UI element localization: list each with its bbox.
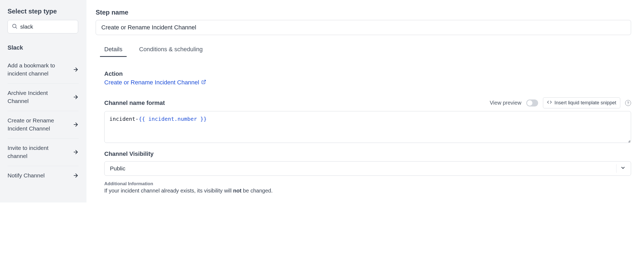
step-search[interactable] [8, 20, 78, 33]
tab-details[interactable]: Details [104, 46, 122, 57]
step-item-add-bookmark[interactable]: Add a bookmark to incident channel [8, 56, 79, 84]
tab-conditions-scheduling[interactable]: Conditions & scheduling [139, 46, 203, 57]
external-link-icon [201, 79, 206, 86]
step-item-invite-channel[interactable]: Invite to incident channel [8, 139, 79, 166]
step-item-label: Create or Rename Incident Channel [8, 116, 64, 133]
step-name-input[interactable] [96, 20, 631, 35]
main-panel: Step name Details Conditions & schedulin… [86, 0, 644, 202]
channel-format-label: Channel name format [104, 99, 165, 106]
svg-line-1 [16, 27, 17, 28]
step-item-archive-channel[interactable]: Archive Incident Channel [8, 84, 79, 111]
channel-visibility-label: Channel Visibility [104, 150, 631, 157]
step-item-label: Invite to incident channel [8, 144, 64, 160]
select-divider [616, 164, 617, 173]
step-group-label: Slack [8, 44, 79, 51]
step-item-label: Archive Incident Channel [8, 89, 64, 105]
additional-info-body: If your incident channel already exists,… [104, 188, 631, 194]
search-icon [12, 23, 18, 30]
channel-visibility-select[interactable] [104, 161, 631, 176]
toggle-knob [527, 100, 532, 106]
resize-grip-icon [626, 138, 630, 142]
action-link[interactable]: Create or Rename Incident Channel [104, 79, 206, 86]
code-plain-text: incident- [109, 116, 139, 122]
channel-visibility-select-wrap [104, 161, 631, 176]
action-link-text: Create or Rename Incident Channel [104, 79, 199, 86]
insert-snippet-label: Insert liquid template snippet [555, 100, 616, 106]
code-liquid-text: {{ incident.number }} [139, 116, 207, 122]
arrow-right-icon [73, 173, 79, 178]
arrow-right-icon [73, 94, 79, 100]
additional-info-header: Additional Information [104, 181, 631, 187]
search-input[interactable] [20, 23, 74, 30]
sidebar-title: Select step type [8, 8, 79, 15]
svg-line-7 [203, 80, 206, 82]
arrow-right-icon [73, 149, 79, 155]
tabs: Details Conditions & scheduling [96, 46, 631, 57]
help-icon[interactable]: ? [625, 100, 631, 106]
sidebar: Select step type Slack Add a bookmark to… [0, 0, 86, 202]
additional-information: Additional Information If your incident … [104, 181, 631, 194]
channel-format-input[interactable]: incident-{{ incident.number }} [104, 111, 631, 143]
step-item-label: Notify Channel [8, 171, 45, 180]
step-type-list: Add a bookmark to incident channel Archi… [8, 56, 79, 185]
action-label: Action [104, 70, 631, 77]
code-icon [547, 100, 552, 106]
step-item-notify-channel[interactable]: Notify Channel [8, 166, 79, 185]
step-item-create-rename-channel[interactable]: Create or Rename Incident Channel [8, 111, 79, 139]
arrow-right-icon [73, 67, 79, 73]
step-name-label: Step name [96, 9, 631, 16]
step-item-label: Add a bookmark to incident channel [8, 61, 64, 78]
view-preview-label: View preview [490, 100, 521, 106]
view-preview-toggle[interactable] [526, 99, 538, 106]
insert-snippet-button[interactable]: Insert liquid template snippet [543, 97, 620, 108]
details-section: Action Create or Rename Incident Channel… [96, 70, 631, 194]
arrow-right-icon [73, 122, 79, 128]
